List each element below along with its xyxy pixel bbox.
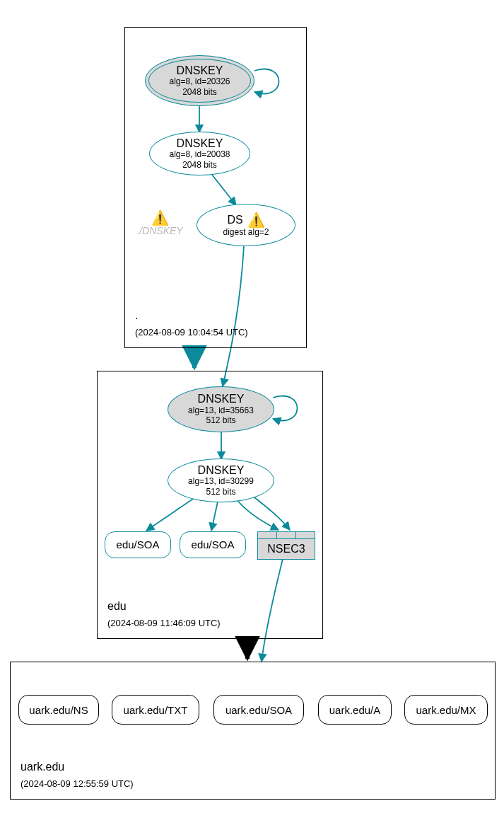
zone-edu-name: edu xyxy=(107,600,127,613)
edu-ksk-l2: alg=13, id=35663 xyxy=(188,405,254,415)
root-faded-text: ./DNSKEY xyxy=(131,225,188,236)
warning-icon: ⚠️ xyxy=(131,211,188,225)
root-ksk-title: DNSKEY xyxy=(177,64,223,77)
dnssec-diagram: . (2024-08-09 10:04:54 UTC) DNSKEY alg=8… xyxy=(0,0,504,813)
edu-soa-1: edu/SOA xyxy=(105,531,171,558)
root-zsk-title: DNSKEY xyxy=(177,137,223,150)
edu-ksk-title: DNSKEY xyxy=(198,393,245,405)
uark-txt-label: uark.edu/TXT xyxy=(124,704,188,716)
edu-soa-2: edu/SOA xyxy=(180,531,246,558)
zone-edu-timestamp: (2024-08-09 11:46:09 UTC) xyxy=(107,618,221,628)
edu-dnskey-ksk: DNSKEY alg=13, id=35663 512 bits xyxy=(168,386,274,432)
root-faded-dnskey: ⚠️ ./DNSKEY xyxy=(131,211,188,236)
zone-root-timestamp: (2024-08-09 10:04:54 UTC) xyxy=(135,327,248,338)
zone-uark: uark.edu (2024-08-09 12:55:59 UTC) xyxy=(10,662,496,800)
edu-zsk-title: DNSKEY xyxy=(198,464,245,477)
uark-soa: uark.edu/SOA xyxy=(213,695,304,725)
root-ksk-l3: 2048 bits xyxy=(182,87,217,97)
uark-mx-label: uark.edu/MX xyxy=(416,704,476,716)
uark-a-label: uark.edu/A xyxy=(329,704,381,716)
uark-soa-label: uark.edu/SOA xyxy=(225,704,292,716)
uark-a: uark.edu/A xyxy=(318,695,392,725)
uark-ns-label: uark.edu/NS xyxy=(29,704,88,716)
edu-zsk-l3: 512 bits xyxy=(206,487,235,497)
root-zsk-l3: 2048 bits xyxy=(182,160,217,170)
edu-dnskey-zsk: DNSKEY alg=13, id=30299 512 bits xyxy=(168,459,274,502)
nsec3-label: NSEC3 xyxy=(267,543,305,555)
root-ds: DS ⚠️ digest alg=2 xyxy=(197,204,295,246)
uark-mx: uark.edu/MX xyxy=(404,695,488,725)
zone-uark-name: uark.edu xyxy=(20,761,64,773)
root-ksk-l2: alg=8, id=20326 xyxy=(169,76,230,86)
edu-nsec3: NSEC3 xyxy=(257,531,315,560)
zone-uark-timestamp: (2024-08-09 12:55:59 UTC) xyxy=(20,778,134,789)
edu-soa2-label: edu/SOA xyxy=(192,539,235,551)
ds-l2: digest alg=2 xyxy=(223,227,269,237)
ds-title: DS xyxy=(227,214,242,226)
edu-ksk-l3: 512 bits xyxy=(206,415,235,425)
root-dnskey-ksk: DNSKEY alg=8, id=20326 2048 bits xyxy=(145,55,254,106)
root-dnskey-zsk: DNSKEY alg=8, id=20038 2048 bits xyxy=(149,132,250,175)
root-zsk-l2: alg=8, id=20038 xyxy=(169,149,230,159)
uark-txt: uark.edu/TXT xyxy=(112,695,199,725)
edu-zsk-l2: alg=13, id=30299 xyxy=(188,476,254,486)
edu-soa1-label: edu/SOA xyxy=(117,539,160,551)
uark-ns: uark.edu/NS xyxy=(18,695,99,725)
zone-root-name: . xyxy=(135,309,138,322)
warning-icon: ⚠️ xyxy=(247,213,265,227)
